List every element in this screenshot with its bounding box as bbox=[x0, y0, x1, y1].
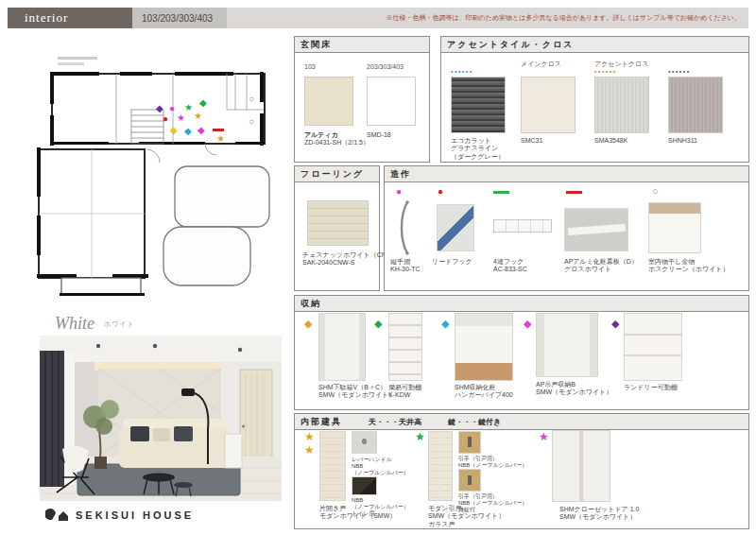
section-flooring-title: フローリング bbox=[295, 166, 379, 182]
movable-shelf-photo bbox=[388, 313, 422, 381]
swatch-main-cloth bbox=[521, 77, 576, 133]
storage-name: 簡易可動棚 bbox=[388, 384, 421, 391]
sekisui-logo-text: SEKISUI HOUSE bbox=[76, 509, 194, 521]
handle-label: レバーハンドル bbox=[352, 457, 409, 463]
legend-ceiling-height: 天・・・天井高 bbox=[369, 417, 421, 427]
fixture-code: AC-833-SC bbox=[493, 266, 527, 273]
shoe-cabinet-photo bbox=[318, 313, 366, 381]
section-accent-tile-cloth: アクセントタイル・クロス •••••• エコカラット グラナスライン （ダークグ… bbox=[440, 36, 749, 163]
plan-marker-magenta-circle: ● bbox=[169, 104, 175, 113]
section-fixtures: 造作 ● 縦手摺 KH-30-TC ● リードフック 4連フック AC-833-… bbox=[384, 165, 749, 291]
green-line-marker bbox=[493, 191, 509, 194]
storage-name: SHM下駄箱V（B＋C） bbox=[318, 384, 395, 391]
swatch-code: ZD-0431-SH（2/1.5） bbox=[304, 139, 369, 147]
swatch-name-line: エコカラット bbox=[451, 137, 505, 145]
plan-marker-yellow-diamond: ◆ bbox=[170, 126, 178, 135]
color-scheme-name-en: White bbox=[55, 314, 94, 333]
gold-star-marker: ★ bbox=[304, 431, 315, 442]
header-brand: interior bbox=[8, 8, 132, 28]
storage-code: ハンガーパイプ400 bbox=[455, 391, 513, 399]
door-name: SHMクローゼットドア 1.0 bbox=[559, 506, 639, 513]
plan-marker-green-star: ★ bbox=[184, 103, 193, 112]
swatch-room-label: 103 bbox=[304, 63, 316, 70]
door-pull-lock-photo bbox=[458, 469, 481, 492]
storage-code: K-KDW bbox=[388, 391, 421, 399]
marker-orange-dots: •••••• bbox=[594, 68, 617, 75]
gold-diamond-marker: ◆ bbox=[304, 319, 312, 329]
swatch-category-label: メインクロス bbox=[521, 60, 561, 69]
storage-code: SMW（モダンホワイト） bbox=[536, 388, 612, 396]
plan-marker-teal-ring-2: ○ bbox=[249, 117, 254, 127]
four-hook-rail-photo bbox=[493, 219, 552, 233]
door-pull-photo bbox=[458, 431, 481, 454]
red-circle-marker: ● bbox=[438, 187, 443, 197]
fixture-name: 縦手摺 bbox=[390, 258, 421, 266]
fascia-board-detail bbox=[567, 224, 625, 235]
door-code: SMW（モダンホワイト） bbox=[428, 512, 505, 520]
legend-with-lock: 鍵・・・鍵付き bbox=[448, 417, 501, 427]
door-name: モダン引戸 bbox=[428, 505, 505, 512]
swatch-code: SHNH311 bbox=[668, 137, 697, 145]
storage-name: AP吊戸収納B bbox=[536, 381, 612, 388]
storage-code: SMW（モダンホワイト） bbox=[318, 391, 395, 399]
swatch-code: SMA3548K bbox=[594, 137, 627, 145]
green-diamond-marker: ◆ bbox=[374, 319, 382, 329]
wall-shelf-photo bbox=[624, 313, 682, 381]
closet-door-photo bbox=[552, 430, 610, 502]
interior-photo bbox=[40, 336, 282, 501]
fixture-code: ホスクリーン（ホワイト） bbox=[648, 266, 729, 273]
toilet-lock-photo bbox=[352, 476, 377, 495]
section-doors-title: 内部建具 bbox=[301, 416, 342, 428]
interior-spec-sheet: interior 103/203/303/403 ※仕様・色柄・色調等は、印刷の… bbox=[0, 0, 756, 535]
swatch-accent-cloth-2 bbox=[668, 77, 723, 133]
sliding-door-photo bbox=[428, 431, 453, 501]
storage-name: ランドリー可動棚 bbox=[624, 384, 678, 391]
fixture-name: APアルミ化粧幕板（D） bbox=[564, 258, 638, 266]
header-room-numbers: 103/203/303/403 bbox=[132, 8, 227, 28]
color-scheme-label: Whiteホワイト bbox=[55, 314, 135, 334]
hanging-cabinet-photo bbox=[536, 313, 598, 377]
plan-marker-magenta-star: ★ bbox=[177, 113, 185, 123]
door-code: モダンホワイト（SMW） bbox=[319, 512, 396, 520]
plan-marker-red-circle: ● bbox=[163, 114, 168, 124]
door-code: ガラス戸 bbox=[428, 521, 505, 528]
swatch-name-line: グラナスライン bbox=[451, 145, 505, 152]
plan-marker-cyan-diamond: ◆ bbox=[184, 127, 192, 136]
swatch-name-line: （ダークグレー） bbox=[451, 153, 505, 161]
door-code: SMW（モダンホワイト） bbox=[559, 513, 639, 521]
plan-marker-green-diamond: ◆ bbox=[199, 98, 207, 108]
section-storage-title: 収納 bbox=[295, 296, 748, 312]
lead-hook-photo bbox=[437, 204, 474, 251]
storage-name: SHM収納化粧 bbox=[455, 384, 513, 391]
sekisui-house-logo: SEKISUI HOUSE bbox=[45, 508, 194, 523]
section-accent-title: アクセントタイル・クロス bbox=[441, 37, 748, 53]
plan-marker-gold-star-2: ★ bbox=[216, 134, 225, 144]
floor-plan-markers: ◆●★★★◆●◆◆◆★○○ bbox=[33, 55, 284, 312]
handrail-photo bbox=[394, 200, 415, 255]
fixture-code: KH-30-TC bbox=[390, 266, 421, 273]
fixture-name: 4連フック bbox=[493, 258, 527, 266]
door-name: 片開き戸 bbox=[319, 505, 396, 512]
fixture-name: リードフック bbox=[432, 258, 472, 266]
plan-marker-teal-ring-1: ○ bbox=[249, 95, 254, 104]
fixture-name: 室内物干し金物 bbox=[648, 258, 729, 266]
closet-hanger-photo bbox=[455, 313, 513, 381]
swatch-ecocarat bbox=[451, 77, 506, 133]
header-disclaimer-note: ※仕様・色柄・色調等は、印刷のため実物とは多少異なる場合があります。詳しくはサン… bbox=[227, 8, 748, 28]
plan-marker-red-bar bbox=[213, 129, 224, 131]
red-line-marker bbox=[566, 191, 582, 194]
section-flooring: フローリング チェスナッツホワイト（CNW） SAK-2040CNW-S bbox=[294, 165, 380, 291]
magenta-star-marker: ★ bbox=[539, 431, 549, 442]
swatch-code: SMC31 bbox=[521, 137, 542, 145]
fixture-code: グロスホワイト bbox=[564, 266, 638, 273]
purple-diamond-marker: ◆ bbox=[611, 319, 619, 329]
section-entrance-floor-title: 玄関床 bbox=[295, 37, 429, 53]
section-storage: 収納 ◆ SHM下駄箱V（B＋C） SMW（モダンホワイト） ◆ 簡易可動棚 K… bbox=[294, 295, 749, 410]
plan-marker-purple-diamond: ◆ bbox=[156, 104, 163, 113]
section-fixtures-title: 造作 bbox=[385, 166, 748, 182]
sekisui-logo-icon bbox=[45, 508, 70, 523]
green-star-marker: ★ bbox=[415, 431, 425, 442]
swatch-altica-tile bbox=[304, 77, 353, 126]
hinged-door-photo bbox=[319, 431, 346, 501]
magenta-circle-marker: ● bbox=[396, 187, 402, 197]
